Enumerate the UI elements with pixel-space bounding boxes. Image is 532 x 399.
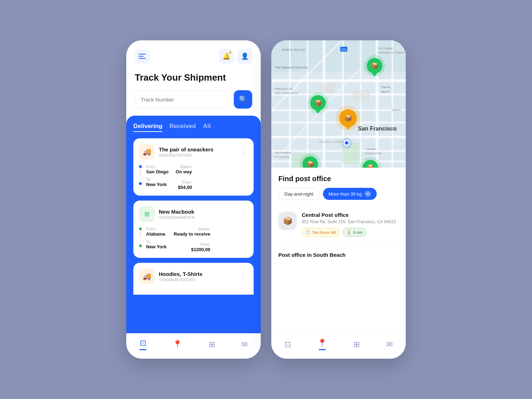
svg-text:The Original: The Original [377, 47, 393, 50]
svg-text:PRESIDIO OF: PRESIDIO OF [275, 87, 293, 91]
status-block-2: Status: Ready to receive [174, 227, 210, 237]
price-block-2: Price: $1200,00 [174, 242, 210, 252]
bottom-nav-2: ⊡ 📍 ⊞ ✉ [271, 333, 406, 359]
map-pin-2[interactable]: 📦 [310, 95, 326, 114]
svg-text:HAIGHT-ASHBURY: HAIGHT-ASHBURY [319, 140, 347, 144]
card-header-1: 🚚 The pair of sneackers W94235675472RD ⋮ [139, 144, 248, 160]
box-icon: ⊞ [144, 210, 150, 218]
menu-button[interactable] [135, 49, 150, 64]
svg-rect-15 [360, 40, 362, 168]
svg-text:San Francisco: San Francisco [358, 126, 397, 132]
post-name-1: Central Post office [302, 212, 399, 218]
map-container: NORTH BEACH The Original Ghirardelli Ice… [271, 40, 406, 168]
svg-text:of Sciences: of Sciences [275, 155, 289, 158]
svg-text:Ghirardelli Ice Cream: Ghirardelli Ice Cream [377, 51, 404, 54]
location-nav-icon: 📍 [173, 340, 182, 349]
active-bar [139, 349, 146, 350]
route-line-2 [139, 227, 142, 247]
notification-button[interactable]: 🔔 [219, 49, 234, 64]
post-address-1: 851 Row Rd, Suite 216, San Francisco, CA… [302, 219, 399, 224]
svg-text:101: 101 [341, 48, 346, 51]
nav-location-2[interactable]: 📍 [317, 339, 327, 350]
connector-1 [140, 169, 141, 175]
tab-received[interactable]: Received [169, 123, 196, 132]
bell-icon: 🔔 [222, 52, 230, 60]
card-title-2: New Macbook [159, 209, 239, 215]
svg-text:nia Academy: nia Academy [275, 151, 291, 154]
tab-bar: Delivering Received All [133, 123, 254, 132]
svg-rect-2 [271, 79, 406, 82]
route-from-2: From: Alabama [146, 227, 167, 237]
nav-location[interactable]: 📍 [173, 340, 182, 349]
search-button[interactable]: 🔍 [234, 90, 252, 109]
route-to-2: To: New York [146, 239, 167, 249]
delivery-card-1: 🚚 The pair of sneackers W94235675472RD ⋮ [133, 138, 254, 196]
card-id-1: W94235675472RD [159, 153, 239, 157]
nav-mail-2[interactable]: ✉ [386, 340, 393, 349]
pin-circle-1: 📦 [367, 58, 382, 74]
post-name-2: Post office in South Beach [278, 247, 346, 258]
svg-text:The Pe...: The Pe... [381, 86, 392, 89]
map-pin-1[interactable]: 📦 [367, 58, 382, 77]
nav-grid-2[interactable]: ⊞ [353, 340, 360, 349]
user-location-dot [344, 140, 349, 146]
dot-bottom-2 [139, 244, 142, 247]
card-details-1: From: San Diego To: New York Status: [139, 164, 248, 190]
post-icon-1: 📦 [278, 212, 297, 230]
walk-label: 9 min [353, 230, 363, 235]
svg-text:SOMA: SOMA [392, 108, 401, 112]
card-title-1: The pair of sneackers [159, 146, 239, 152]
grid-nav-icon-2: ⊞ [353, 340, 360, 349]
route-to-1: To: New York [146, 177, 169, 187]
tab-delivering[interactable]: Delivering [133, 123, 162, 132]
grid-nav-icon: ⊞ [209, 340, 215, 349]
svg-text:NORTH BEACH: NORTH BEACH [282, 48, 305, 52]
filter-day-night[interactable]: Day-and-night [278, 188, 319, 200]
card-icon-2: ⊞ [139, 206, 155, 222]
card-menu-3[interactable]: ⋮ [239, 272, 248, 280]
card-id-3: Y4363464675472RD [159, 278, 239, 282]
profile-button[interactable]: 👤 [237, 49, 252, 64]
route-line-1 [139, 164, 142, 185]
nav-box-2[interactable]: ⊡ [284, 340, 291, 349]
tab-all[interactable]: All [203, 123, 211, 132]
post-office-panel: Find post office Day-and-night More than… [271, 168, 406, 333]
box-nav-icon: ⊡ [140, 339, 146, 348]
package-icon-1: 📦 [283, 216, 293, 226]
time-label: Two hours left [312, 230, 336, 235]
phones-container: 🔔 👤 Track Your Shipment 🔍 Delivering [126, 40, 406, 359]
map-svg: NORTH BEACH The Original Ghirardelli Ice… [271, 40, 406, 168]
nav-grid[interactable]: ⊞ [209, 340, 215, 349]
nav-mail[interactable]: ✉ [241, 340, 248, 349]
phone-track-shipment: 🔔 👤 Track Your Shipment 🔍 Delivering [126, 40, 261, 359]
map-pin-4[interactable]: 📦 [302, 156, 318, 168]
nav-box[interactable]: ⊡ [139, 339, 146, 350]
header-right: 🔔 👤 [219, 49, 252, 64]
filter-close-icon[interactable]: ✕ [365, 191, 371, 197]
svg-rect-22 [321, 83, 335, 93]
walk-icon: 🚶 [347, 230, 352, 235]
svg-text:Twin Peaks: Twin Peaks [340, 167, 355, 168]
svg-rect-6 [271, 136, 406, 138]
active-bar-2 [319, 349, 326, 350]
mail-nav-icon: ✉ [241, 340, 248, 349]
hamburger-icon [139, 54, 146, 59]
post-card-1: 📦 Central Post office 851 Row Rd, Suite … [278, 207, 399, 242]
dot-bottom-1 [139, 182, 142, 185]
map-pin-3[interactable]: 📦 [340, 109, 356, 128]
search-input[interactable] [135, 90, 230, 109]
card-menu-2[interactable]: ⋮ [239, 210, 248, 218]
filter-weight[interactable]: More than 30 kg ✕ [323, 188, 377, 200]
mail-nav-icon-2: ✉ [386, 340, 393, 349]
status-block-1: Status: On way [176, 164, 192, 174]
page-title: Track Your Shipment [126, 69, 261, 90]
map-pin-5[interactable]: 📦 [363, 160, 378, 168]
svg-text:SAN FRANCISCO: SAN FRANCISCO [275, 92, 298, 95]
phone1-header: 🔔 👤 [126, 40, 261, 69]
route-info-2: From: Alabama To: New York [146, 227, 167, 251]
card-header-3: 🚚 Hoodies, T-Shirts Y4363464675472RD ⋮ [139, 268, 248, 284]
card-details-2: From: Alabama To: New York Status: [139, 227, 248, 252]
search-bar: 🔍 [135, 90, 252, 109]
card-menu-1[interactable]: ⋮ [239, 148, 248, 156]
svg-rect-8 [271, 161, 406, 162]
